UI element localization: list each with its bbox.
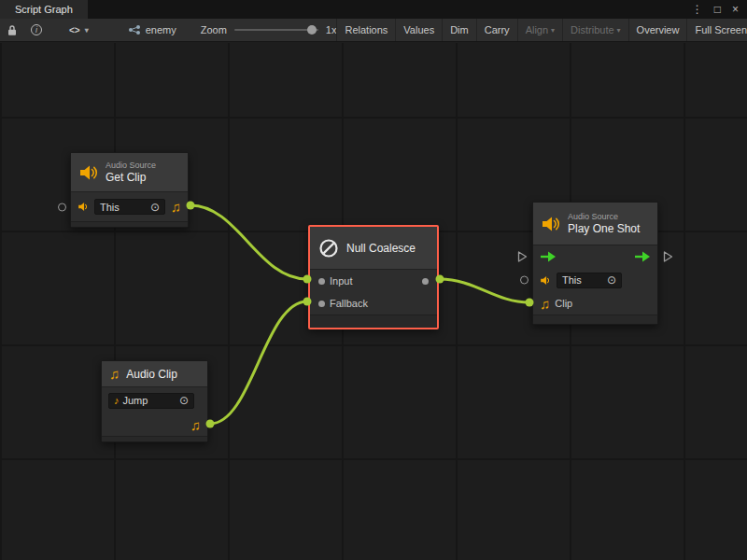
node-play-one-shot[interactable]: Audio Source Play One Shot [532,202,658,325]
audio-clip-value-row: ♪ Jump ⊙ [102,387,207,413]
script-graph-window: Script Graph ⋮ □ × i <> ▾ [0,0,747,560]
node-get-clip[interactable]: Audio Source Get Clip This ⊙ ♫ [70,152,189,228]
wire-result-to-clip[interactable] [440,279,529,302]
carry-button[interactable]: Carry [476,19,517,41]
toolbar-buttons: Relations Values Dim Carry Align ▾ Distr… [336,19,747,41]
chevron-down-icon: ▾ [617,26,621,35]
audio-clip-value: Jump [123,395,148,406]
get-clip-target-row: This ⊙ ♫ [71,192,188,221]
object-picker-icon[interactable]: ⊙ [607,274,616,286]
tab-script-graph[interactable]: Script Graph [0,0,88,19]
play-one-shot-target-field[interactable]: This ⊙ [557,273,622,288]
target-value: This [562,274,582,286]
audio-source-icon [78,162,99,183]
overview-label: Overview [637,24,680,35]
audio-clip-output-icon: ♫ [190,418,201,432]
relations-button[interactable]: Relations [336,19,395,41]
flow-in-arrow-icon [540,251,557,262]
clip-port-label: Clip [555,298,572,309]
node-audio-clip-header[interactable]: ♫ Audio Clip [102,361,207,387]
node-get-clip-header[interactable]: Audio Source Get Clip [71,153,188,192]
null-coalesce-fallback-row: Fallback [310,292,437,315]
chevron-down-icon: ▾ [551,26,555,35]
graph-toolbar: i <> ▾ enemy Zoom 1x Relat [0,19,747,42]
graph-asset-icon [128,24,141,35]
flow-output-port[interactable] [663,250,673,263]
node-null-coalesce[interactable]: Null Coalesce Input Fallback [308,225,439,329]
info-icon: i [31,24,42,35]
input-port[interactable] [318,278,325,285]
null-coalesce-input-row: Input [310,270,437,292]
zoom-control: Zoom 1x [201,19,337,41]
carry-label: Carry [485,24,510,35]
node-title: Play One Shot [568,222,640,235]
target-input-port[interactable] [520,276,529,285]
audio-clip-type-icon: ♫ [540,297,550,311]
input-port-label: Input [330,275,352,287]
node-footer [102,436,207,441]
kebab-menu-icon[interactable]: ⋮ [692,4,703,15]
fullscreen-label: Full Screen [695,24,747,35]
zoom-slider[interactable] [234,29,318,31]
target-input-port[interactable] [58,203,66,211]
distribute-label: Distribute [571,24,613,35]
tab-title: Script Graph [15,4,73,15]
object-picker-icon[interactable]: ⊙ [179,395,189,406]
node-get-clip-titles: Audio Source Get Clip [106,161,156,184]
info-button[interactable]: i [24,19,49,41]
play-one-shot-flow-row [533,245,657,268]
object-picker-icon[interactable]: ⊙ [150,202,160,213]
node-title: Audio Clip [126,368,177,381]
audio-source-icon [541,214,561,234]
get-clip-target-field[interactable]: This ⊙ [94,199,165,215]
tab-bar: Script Graph ⋮ □ × [0,0,747,19]
node-audio-clip[interactable]: ♫ Audio Clip ♪ Jump ⊙ ♫ [101,360,208,442]
chevron-down-icon: ▾ [85,26,89,35]
node-category: Audio Source [568,212,640,222]
overview-button[interactable]: Overview [628,19,687,41]
align-button: Align ▾ [517,19,562,41]
info-letter: i [35,25,37,35]
result-output-port[interactable] [422,278,429,285]
flow-out-arrow-icon [634,251,651,262]
code-view-button[interactable]: <> ▾ [69,19,89,41]
zoom-slider-handle[interactable] [307,25,317,35]
zoom-label: Zoom [201,24,227,35]
close-icon[interactable]: × [732,4,739,15]
audio-clip-output-row: ♫ [102,413,207,436]
flow-port-triangle-icon [663,250,673,263]
distribute-button: Distribute ▾ [562,19,627,41]
target-value: This [100,202,120,213]
graph-breadcrumb[interactable]: enemy [128,19,176,41]
values-label: Values [403,24,434,35]
audio-clip-output-icon: ♫ [171,200,181,214]
small-note-icon: ♪ [114,396,120,406]
node-title: Null Coalesce [346,242,416,255]
lock-button[interactable] [0,19,24,41]
speaker-icon [540,274,552,287]
relations-label: Relations [345,24,388,35]
align-label: Align [526,24,548,35]
fullscreen-button[interactable]: Full Screen [686,19,747,41]
graph-name: enemy [146,24,176,35]
null-coalesce-icon [317,237,340,259]
values-button[interactable]: Values [395,19,442,41]
node-null-coalesce-header[interactable]: Null Coalesce [310,227,437,270]
wire-getclip-to-input[interactable] [190,205,307,279]
node-category: Audio Source [106,161,156,171]
fallback-port-label: Fallback [330,298,368,309]
audio-clip-object-field[interactable]: ♪ Jump ⊙ [108,393,194,409]
graph-canvas[interactable]: Audio Source Get Clip This ⊙ ♫ [0,43,747,560]
wire-audioclip-to-fallback[interactable] [210,301,307,424]
node-play-one-shot-header[interactable]: Audio Source Play One Shot [533,203,657,245]
code-icon: <> [69,25,80,35]
node-play-one-shot-titles: Audio Source Play One Shot [568,212,640,235]
node-footer [310,315,437,328]
maximize-icon[interactable]: □ [714,4,721,15]
flow-input-port[interactable] [517,250,528,263]
fallback-port[interactable] [318,301,325,307]
lock-icon [7,24,18,36]
node-footer [533,315,657,324]
play-one-shot-target-row: This ⊙ [533,268,657,292]
dim-button[interactable]: Dim [442,19,476,41]
